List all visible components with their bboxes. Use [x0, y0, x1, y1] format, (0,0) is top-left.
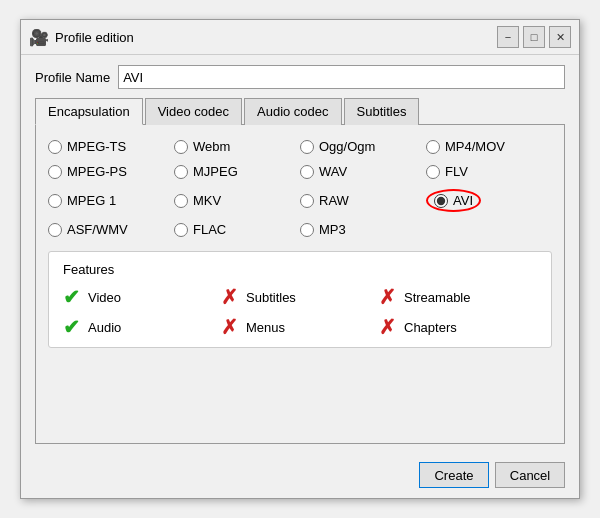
dialog-footer: Create Cancel [21, 454, 579, 498]
avi-highlight: AVI [426, 189, 481, 212]
dialog-body: Profile Name Encapsulation Video codec A… [21, 55, 579, 454]
feature-menus-label: Menus [246, 320, 285, 335]
tab-video-codec[interactable]: Video codec [145, 98, 242, 125]
tab-subtitles[interactable]: Subtitles [344, 98, 420, 125]
check-icon: ✔ [63, 287, 80, 307]
tab-headers: Encapsulation Video codec Audio codec Su… [35, 97, 565, 125]
maximize-button[interactable]: □ [523, 26, 545, 48]
cross-icon: ✗ [379, 317, 396, 337]
radio-flac[interactable]: FLAC [174, 222, 300, 237]
profile-name-input[interactable] [118, 65, 565, 89]
feature-chapters-label: Chapters [404, 320, 457, 335]
radio-mkv[interactable]: MKV [174, 189, 300, 212]
encapsulation-options: MPEG-TS Webm Ogg/Ogm MP4/MOV MPEG-PS [48, 139, 552, 237]
radio-flv[interactable]: FLV [426, 164, 552, 179]
feature-subtitles-label: Subtitles [246, 290, 296, 305]
radio-asf-wmv[interactable]: ASF/WMV [48, 222, 174, 237]
feature-subtitles: ✗ Subtitles [221, 287, 379, 307]
cross-icon: ✗ [221, 287, 238, 307]
vlc-app-icon: 🎥 [29, 28, 49, 47]
radio-avi[interactable]: AVI [426, 189, 552, 212]
cross-icon: ✗ [379, 287, 396, 307]
feature-audio-label: Audio [88, 320, 121, 335]
radio-mp4-mov[interactable]: MP4/MOV [426, 139, 552, 154]
radio-wav[interactable]: WAV [300, 164, 426, 179]
feature-audio: ✔ Audio [63, 317, 221, 337]
radio-raw[interactable]: RAW [300, 189, 426, 212]
title-bar: 🎥 Profile edition − □ ✕ [21, 20, 579, 55]
feature-chapters: ✗ Chapters [379, 317, 537, 337]
minimize-button[interactable]: − [497, 26, 519, 48]
cross-icon: ✗ [221, 317, 238, 337]
radio-mpeg-ps[interactable]: MPEG-PS [48, 164, 174, 179]
dialog-title: Profile edition [55, 30, 134, 45]
feature-menus: ✗ Menus [221, 317, 379, 337]
tabs-container: Encapsulation Video codec Audio codec Su… [35, 97, 565, 444]
cancel-button[interactable]: Cancel [495, 462, 565, 488]
title-bar-left: 🎥 Profile edition [29, 28, 134, 47]
feature-streamable: ✗ Streamable [379, 287, 537, 307]
feature-video: ✔ Video [63, 287, 221, 307]
title-bar-controls: − □ ✕ [497, 26, 571, 48]
profile-name-label: Profile Name [35, 70, 110, 85]
radio-mjpeg[interactable]: MJPEG [174, 164, 300, 179]
tab-encapsulation[interactable]: Encapsulation [35, 98, 143, 125]
features-grid: ✔ Video ✗ Subtitles ✗ Streamable ✔ [63, 287, 537, 337]
radio-mpeg-ts[interactable]: MPEG-TS [48, 139, 174, 154]
radio-webm[interactable]: Webm [174, 139, 300, 154]
check-icon: ✔ [63, 317, 80, 337]
dialog-window: 🎥 Profile edition − □ ✕ Profile Name Enc… [20, 19, 580, 499]
features-box: Features ✔ Video ✗ Subtitles ✗ Streamab [48, 251, 552, 348]
radio-mpeg1[interactable]: MPEG 1 [48, 189, 174, 212]
features-title: Features [63, 262, 537, 277]
radio-mp3[interactable]: MP3 [300, 222, 426, 237]
close-button[interactable]: ✕ [549, 26, 571, 48]
tab-content-encapsulation: MPEG-TS Webm Ogg/Ogm MP4/MOV MPEG-PS [35, 125, 565, 444]
create-button[interactable]: Create [419, 462, 489, 488]
radio-ogg-ogm[interactable]: Ogg/Ogm [300, 139, 426, 154]
profile-name-row: Profile Name [35, 65, 565, 89]
feature-streamable-label: Streamable [404, 290, 470, 305]
feature-video-label: Video [88, 290, 121, 305]
tab-audio-codec[interactable]: Audio codec [244, 98, 342, 125]
